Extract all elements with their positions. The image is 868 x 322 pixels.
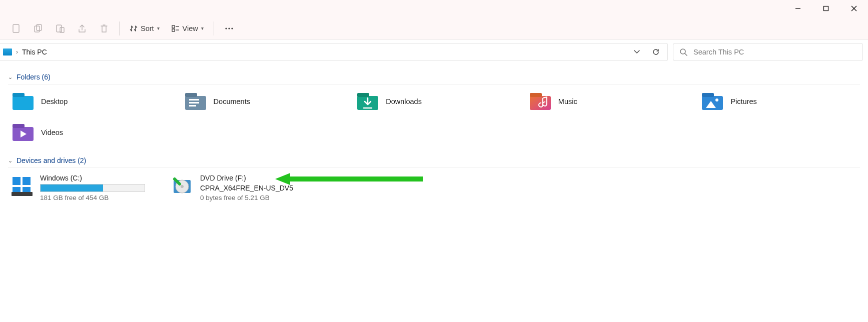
history-dropdown-button[interactable] [628, 44, 645, 60]
maximize-icon [823, 6, 829, 12]
folder-label: Documents [214, 98, 250, 106]
view-label: View [183, 24, 198, 32]
svg-rect-22 [189, 99, 199, 100]
music-icon [528, 92, 552, 112]
svg-point-13 [225, 28, 227, 29]
delete-button[interactable] [94, 18, 114, 38]
search-box[interactable] [673, 43, 863, 61]
svg-rect-19 [13, 93, 25, 97]
toolbar-divider [119, 22, 120, 36]
clipboard-icon [12, 23, 21, 34]
svg-rect-23 [189, 102, 199, 104]
folder-desktop[interactable]: Desktop [8, 90, 171, 114]
svg-point-43 [181, 185, 184, 188]
cut-button[interactable] [6, 18, 26, 38]
svg-rect-37 [23, 177, 31, 185]
folder-label: Videos [41, 128, 63, 136]
svg-line-17 [685, 54, 687, 56]
chevron-down-icon: ⌄ [8, 74, 13, 80]
drives-list: Windows (C:) 181 GB free of 454 GB DVD D… [8, 168, 860, 208]
drive-free-text: 181 GB free of 454 GB [40, 194, 145, 202]
svg-rect-34 [13, 124, 25, 128]
chevron-down-icon [633, 48, 640, 56]
window-minimize-button[interactable] [784, 0, 812, 17]
svg-rect-30 [702, 93, 714, 97]
svg-rect-10 [172, 29, 175, 32]
svg-rect-36 [13, 177, 21, 185]
svg-point-14 [228, 28, 230, 29]
drive-name: Windows (C:) [40, 174, 145, 182]
svg-rect-39 [23, 187, 31, 192]
window-close-button[interactable] [840, 0, 868, 17]
copy-button[interactable] [28, 18, 48, 38]
paste-icon [55, 24, 65, 34]
svg-rect-40 [12, 192, 33, 196]
svg-rect-26 [357, 93, 369, 97]
pictures-icon [700, 92, 724, 112]
titlebar [0, 0, 868, 17]
group-title: Folders (6) [17, 73, 51, 81]
folder-pictures[interactable]: Pictures [697, 90, 860, 114]
svg-point-15 [231, 28, 233, 29]
trash-icon [100, 24, 109, 34]
folder-documents[interactable]: Documents [181, 90, 343, 114]
folder-videos[interactable]: Videos [8, 120, 171, 144]
sort-icon [130, 24, 138, 32]
chevron-down-icon: ▾ [157, 26, 160, 31]
svg-rect-6 [37, 24, 42, 30]
svg-rect-38 [13, 187, 21, 192]
folder-music[interactable]: Music [525, 90, 688, 114]
toolbar-divider [214, 22, 214, 36]
dvd-drive-icon [170, 174, 194, 198]
folders-grid: Desktop Documents Downloads Music [8, 84, 860, 154]
ellipsis-icon [225, 27, 234, 30]
copy-icon [33, 24, 43, 34]
sort-label: Sort [141, 24, 154, 32]
group-title: Devices and drives (2) [17, 156, 86, 164]
folder-downloads[interactable]: Downloads [353, 90, 515, 114]
svg-rect-4 [13, 24, 19, 32]
address-bar-controls [628, 44, 667, 60]
window-maximize-button[interactable] [812, 0, 840, 17]
command-toolbar: Sort ▾ View ▾ [0, 17, 868, 40]
svg-rect-28 [530, 93, 542, 97]
more-button[interactable] [219, 18, 239, 38]
svg-rect-9 [172, 26, 175, 28]
svg-rect-5 [35, 26, 40, 32]
search-input[interactable] [692, 48, 856, 56]
paste-button[interactable] [50, 18, 70, 38]
refresh-icon [652, 48, 660, 56]
view-icon [172, 24, 180, 32]
folder-label: Desktop [41, 98, 68, 106]
refresh-button[interactable] [647, 44, 664, 60]
desktop-icon [11, 92, 35, 112]
group-header-folders[interactable]: ⌄ Folders (6) [8, 70, 860, 84]
folder-label: Pictures [730, 98, 756, 106]
svg-rect-18 [13, 96, 34, 110]
chevron-right-icon: › [16, 48, 18, 56]
chevron-down-icon: ▾ [201, 26, 204, 31]
svg-rect-21 [185, 93, 197, 97]
downloads-icon [356, 92, 380, 112]
documents-icon [184, 92, 208, 112]
drive-info: Windows (C:) 181 GB free of 454 GB [40, 174, 145, 202]
drive-windows-c[interactable]: Windows (C:) 181 GB free of 454 GB [8, 173, 158, 202]
close-icon [851, 6, 857, 12]
drive-name: DVD Drive (F:) [200, 174, 293, 182]
rename-button[interactable] [72, 18, 92, 38]
drive-dvd-f[interactable]: DVD Drive (F:) CPRA_X64FRE_EN-US_DV5 0 b… [168, 173, 318, 202]
group-header-drives[interactable]: ⌄ Devices and drives (2) [8, 154, 860, 168]
address-bar[interactable]: › This PC [0, 43, 668, 61]
sort-button[interactable]: Sort ▾ [125, 22, 165, 36]
chevron-down-icon: ⌄ [8, 158, 13, 164]
videos-icon [11, 122, 35, 142]
minimize-icon [795, 6, 801, 12]
this-pc-icon [3, 48, 12, 56]
drive-usage-fill [41, 184, 103, 192]
drive-usage-bar [40, 184, 145, 192]
view-button[interactable]: View ▾ [167, 22, 209, 36]
svg-rect-7 [57, 25, 62, 32]
drive-free-text: 0 bytes free of 5.21 GB [200, 194, 293, 202]
svg-rect-24 [189, 105, 196, 106]
breadcrumb-location[interactable]: This PC [22, 48, 47, 56]
